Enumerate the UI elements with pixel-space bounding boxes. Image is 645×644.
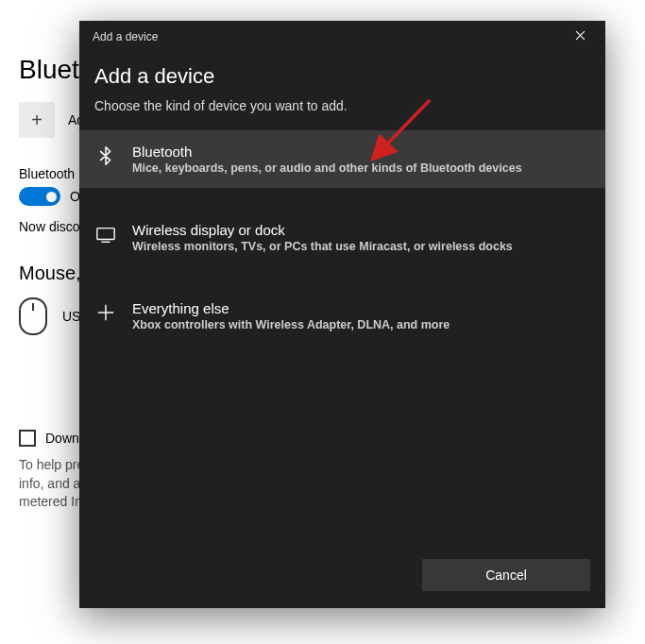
- close-button[interactable]: [560, 23, 600, 51]
- device-kind-options: Bluetooth Mice, keyboards, pens, or audi…: [94, 130, 590, 345]
- dialog-subtitle: Choose the kind of device you want to ad…: [94, 98, 590, 113]
- download-over-metered-checkbox[interactable]: [19, 430, 36, 447]
- plus-icon[interactable]: +: [19, 102, 55, 138]
- option-desc: Xbox controllers with Wireless Adapter, …: [132, 318, 450, 331]
- option-desc: Mice, keyboards, pens, or audio and othe…: [132, 161, 522, 175]
- option-bluetooth[interactable]: Bluetooth Mice, keyboards, pens, or audi…: [79, 130, 605, 188]
- cancel-button[interactable]: Cancel: [422, 559, 590, 591]
- option-title: Bluetooth: [132, 144, 522, 160]
- bluetooth-icon: [94, 145, 117, 166]
- dialog-heading: Add a device: [94, 64, 590, 89]
- add-device-dialog: Add a device Add a device Choose the kin…: [79, 21, 605, 608]
- mouse-icon: [19, 297, 47, 335]
- option-desc: Wireless monitors, TVs, or PCs that use …: [132, 240, 513, 253]
- display-icon: [94, 224, 117, 245]
- svg-rect-0: [97, 229, 114, 240]
- option-wireless-display[interactable]: Wireless display or dock Wireless monito…: [79, 209, 605, 266]
- download-label: Down: [45, 431, 79, 446]
- bluetooth-toggle[interactable]: [19, 187, 60, 206]
- dialog-titlebar-text: Add a device: [93, 30, 158, 43]
- option-title: Wireless display or dock: [132, 222, 513, 238]
- option-title: Everything else: [132, 300, 450, 316]
- dialog-titlebar: Add a device: [79, 21, 605, 53]
- close-icon: [575, 30, 586, 43]
- option-everything-else[interactable]: Everything else Xbox controllers with Wi…: [79, 287, 605, 345]
- mouse-item-label: US: [62, 309, 80, 324]
- plus-icon: [94, 302, 117, 323]
